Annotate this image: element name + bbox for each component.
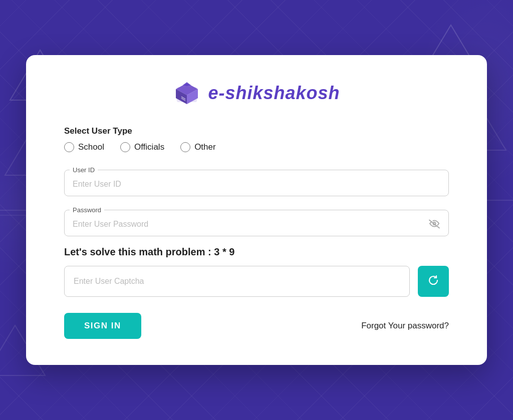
- captcha-input-wrapper: [64, 266, 410, 297]
- user-type-label: Select User Type: [64, 126, 449, 136]
- user-type-section: Select User Type School Officials Other: [64, 126, 449, 152]
- userid-fieldset: User ID: [64, 166, 449, 196]
- radio-school-label: School: [78, 142, 104, 152]
- radio-officials[interactable]: Officials: [120, 142, 164, 152]
- radio-other[interactable]: Other: [180, 142, 216, 152]
- eye-icon[interactable]: [428, 219, 440, 231]
- radio-group: School Officials Other: [64, 142, 449, 152]
- radio-officials-input[interactable]: [120, 142, 130, 152]
- radio-school-input[interactable]: [64, 142, 74, 152]
- sign-in-button[interactable]: SIGN IN: [64, 313, 141, 339]
- logo-icon: [173, 79, 201, 107]
- password-wrapper: [65, 214, 448, 236]
- logo-text: e-shikshakosh: [208, 83, 340, 104]
- radio-officials-label: Officials: [134, 142, 164, 152]
- password-fieldset: Password: [64, 206, 449, 236]
- bottom-row: SIGN IN Forgot Your password?: [64, 313, 449, 339]
- radio-other-input[interactable]: [180, 142, 190, 152]
- captcha-row: [64, 266, 449, 297]
- password-legend: Password: [70, 206, 104, 214]
- captcha-refresh-button[interactable]: [418, 266, 449, 297]
- captcha-label: Let's solve this math problem : 3 * 9: [64, 246, 449, 258]
- radio-other-label: Other: [194, 142, 216, 152]
- captcha-input[interactable]: [65, 266, 409, 296]
- userid-input[interactable]: [65, 174, 448, 196]
- userid-legend: User ID: [70, 166, 98, 174]
- refresh-icon: [426, 273, 440, 289]
- forgot-password-link[interactable]: Forgot Your password?: [361, 321, 449, 331]
- login-card: e-shikshakosh Select User Type School Of…: [26, 55, 487, 365]
- radio-school[interactable]: School: [64, 142, 104, 152]
- password-input[interactable]: [65, 214, 448, 236]
- logo-area: e-shikshakosh: [64, 79, 449, 107]
